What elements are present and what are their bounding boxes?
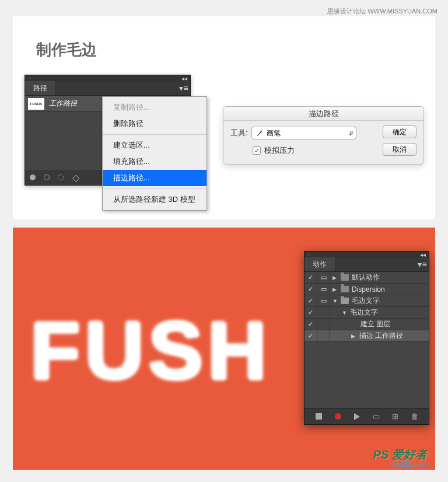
tool-value: 画笔: [267, 128, 281, 138]
dialog-toggle-icon[interactable]: ▭: [317, 272, 330, 283]
actions-panel-footer: ▭ ⊞ 🗑: [304, 408, 429, 424]
fill-path-icon[interactable]: [30, 174, 36, 180]
action-label: 毛边文字: [350, 308, 378, 317]
record-icon[interactable]: [333, 412, 342, 421]
mask-icon[interactable]: ◇: [72, 173, 80, 181]
collapse-icon[interactable]: ◂◂: [181, 75, 187, 82]
header-watermark: 思缘设计论坛 WWW.MISSYUAN.COM: [327, 7, 438, 16]
menu-separator: [103, 134, 206, 135]
new-action-icon[interactable]: ⊞: [391, 412, 400, 421]
grip-icon: ∷: [28, 76, 30, 81]
menu-duplicate-path: 复制路径...: [103, 99, 206, 116]
menu-delete-path[interactable]: 删除路径: [103, 116, 206, 132]
check-icon[interactable]: ✓: [304, 330, 317, 341]
stop-icon[interactable]: [314, 412, 323, 421]
dialog-toggle-icon[interactable]: [317, 319, 330, 330]
ok-button[interactable]: 确定: [383, 125, 416, 138]
folder-icon: [341, 286, 349, 292]
check-icon[interactable]: ✓: [304, 284, 317, 295]
simulate-pressure-checkbox[interactable]: ✓: [253, 146, 261, 155]
simulate-pressure-label: 模拟压力: [264, 145, 295, 156]
action-label: 毛边文字: [352, 296, 380, 306]
brush-icon: [256, 129, 264, 137]
furry-text: FUSH: [30, 303, 271, 398]
toggle-arrow-icon[interactable]: ▼: [342, 310, 348, 316]
toggle-arrow-icon[interactable]: ▼: [332, 298, 338, 304]
toggle-arrow-icon[interactable]: ▶: [332, 275, 338, 281]
tool-label: 工具:: [230, 128, 248, 138]
trash-icon[interactable]: 🗑: [410, 412, 419, 421]
section-title: 制作毛边: [36, 40, 97, 60]
menu-fill-path[interactable]: 填充路径...: [103, 153, 206, 170]
toggle-arrow-icon[interactable]: ▶: [351, 333, 357, 339]
dialog-toggle-icon[interactable]: ▭: [317, 295, 330, 306]
paths-tab[interactable]: 路径: [25, 81, 56, 95]
chevron-updown-icon: ⇵: [349, 130, 354, 137]
canvas-preview: FUSH ∷ ◂◂ 动作 ▾≡ ✓ ▭ ▶默认动作 ✓ ▭ ▶Dispersio…: [13, 228, 435, 470]
path-context-menu: 复制路径... 删除路径 建立选区... 填充路径... 描边路径... 从所选…: [102, 96, 207, 211]
action-label: Dispersion: [352, 285, 385, 294]
play-icon[interactable]: [352, 412, 362, 421]
actions-list: ✓ ▭ ▶默认动作 ✓ ▭ ▶Dispersion ✓ ▭ ▼毛边文字 ✓ ▼毛…: [304, 272, 429, 342]
folder-open-icon: [341, 298, 349, 304]
action-label: 默认动作: [352, 273, 380, 282]
path-thumbnail: FUSHA: [28, 98, 44, 110]
dialog-toggle-icon[interactable]: [317, 307, 330, 318]
action-row[interactable]: ✓ ▭ ▼毛边文字: [304, 295, 429, 307]
dialog-toggle-icon[interactable]: ▭: [317, 284, 330, 295]
dialog-toggle-icon[interactable]: [317, 330, 330, 341]
panel-tabs: 动作 ▾≡: [304, 257, 429, 272]
white-section: 制作毛边 ∷ ◂◂ 路径 ▾≡ FUSHA 工作路径 ◇ 复制路径... 删除路…: [13, 16, 435, 219]
panel-menu-icon[interactable]: ▾≡: [177, 81, 190, 95]
action-label: 描边 工作路径: [359, 331, 403, 341]
menu-stroke-path[interactable]: 描边路径...: [103, 170, 206, 186]
grip-icon: ∷: [307, 252, 310, 257]
folder-icon: [341, 274, 349, 281]
new-set-icon[interactable]: ▭: [372, 412, 381, 421]
toggle-arrow-icon[interactable]: ▶: [332, 287, 338, 292]
action-row[interactable]: ✓ ▭ ▶Dispersion: [304, 284, 429, 295]
action-row[interactable]: ✓ ▼毛边文字: [304, 307, 429, 319]
site-watermark: UiBQ.com: [393, 460, 427, 469]
path-label: 工作路径: [49, 99, 77, 109]
menu-make-selection[interactable]: 建立选区...: [103, 137, 206, 153]
actions-tab[interactable]: 动作: [304, 257, 335, 271]
check-icon[interactable]: ✓: [304, 319, 317, 330]
panel-menu-icon[interactable]: ▾≡: [416, 257, 429, 271]
panel-titlebar[interactable]: ∷ ◂◂: [25, 75, 190, 81]
check-icon[interactable]: ✓: [304, 295, 317, 306]
action-label: 建立 图层: [360, 319, 390, 329]
tool-select[interactable]: 画笔 ⇵: [251, 127, 356, 139]
stroke-path-dialog: 描边路径 工具: 画笔 ⇵ ✓ 模拟压力 确定 取消: [223, 106, 424, 165]
check-icon[interactable]: ✓: [304, 272, 317, 283]
dialog-title: 描边路径: [223, 107, 424, 121]
selection-icon[interactable]: [58, 174, 64, 180]
check-icon[interactable]: ✓: [304, 307, 317, 318]
menu-separator: [103, 188, 206, 189]
action-row[interactable]: ✓ ▶描边 工作路径: [304, 330, 429, 342]
cancel-button[interactable]: 取消: [383, 143, 416, 156]
panel-titlebar[interactable]: ∷ ◂◂: [304, 252, 429, 257]
menu-new-3d-model[interactable]: 从所选路径新建 3D 模型: [103, 191, 206, 208]
actions-panel: ∷ ◂◂ 动作 ▾≡ ✓ ▭ ▶默认动作 ✓ ▭ ▶Dispersion ✓ ▭…: [304, 251, 429, 425]
panel-tabs: 路径 ▾≡: [25, 81, 190, 96]
stroke-path-icon[interactable]: [44, 174, 50, 180]
action-row[interactable]: ✓ ▭ ▶默认动作: [304, 272, 429, 284]
action-row[interactable]: ✓ 建立 图层: [304, 319, 429, 330]
collapse-icon[interactable]: ◂◂: [420, 252, 426, 258]
